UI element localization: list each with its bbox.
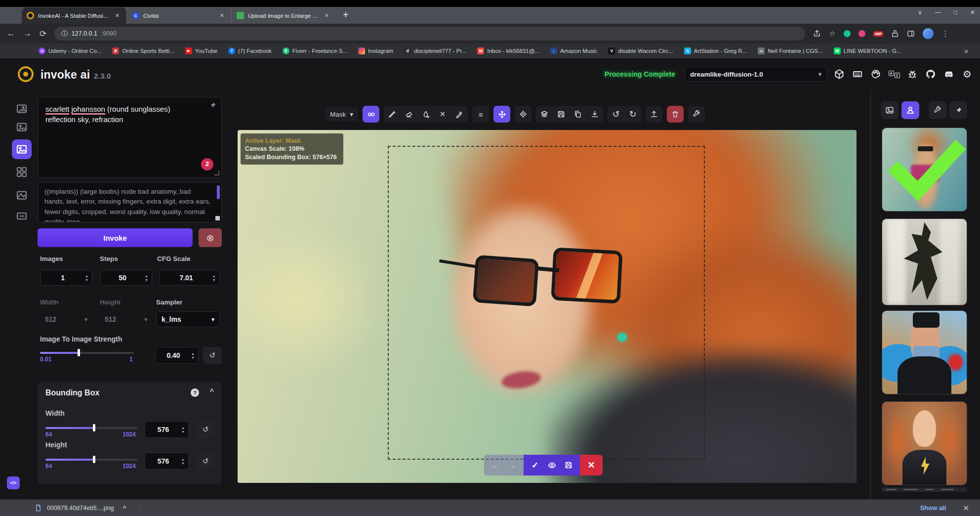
bookmark-sports[interactable]: BOnline Sports Betti... [112, 47, 174, 54]
steps-input[interactable]: 50 ▲▼ [100, 270, 152, 286]
tab-text-to-image[interactable] [15, 102, 29, 116]
tab-unified-canvas[interactable] [12, 139, 32, 159]
hotkeys-icon[interactable] [852, 68, 863, 80]
bookmarks-overflow-icon[interactable]: » [964, 47, 968, 55]
reset-icon[interactable]: ↺ [197, 453, 214, 470]
tab-close-icon[interactable]: ✕ [218, 11, 226, 20]
mask-settings-icon[interactable]: ≡ [472, 106, 489, 123]
new-tab-button[interactable]: + [343, 9, 349, 21]
browser-menu-icon[interactable]: ⋮ [941, 29, 949, 38]
slider-thumb[interactable] [93, 456, 95, 463]
bookmark-neil-fontaine[interactable]: ∞Neil Fontaine | CGS... [758, 47, 823, 54]
color-picker-icon[interactable] [451, 106, 468, 123]
tab-invokeai[interactable]: InvokeAI - A Stable Diffusion Too ✕ [22, 7, 126, 24]
bookmark-webtoon[interactable]: WLINE WEBTOON - G... [834, 47, 901, 54]
tab-image-to-image[interactable] [15, 120, 29, 134]
resize-handle[interactable] [215, 216, 220, 220]
images-input[interactable]: 1 ▲▼ [40, 270, 92, 286]
cancel-button[interactable]: ⊗ [199, 228, 222, 247]
bookmark-instagram[interactable]: Instagram [358, 47, 393, 54]
extensions-puzzle-icon[interactable] [891, 30, 899, 38]
window-close-icon[interactable]: ✕ [970, 9, 975, 16]
minimize-icon[interactable]: — [935, 9, 941, 16]
tab-close-icon[interactable]: ✕ [323, 11, 331, 20]
bbox-width-input[interactable]: 576 ▲▼ [145, 421, 189, 438]
negative-prompt-input[interactable]: ((implants)) (large boobs) nude bad anat… [38, 182, 222, 222]
download-item[interactable]: 000979.40d74eb5....png ^ [35, 504, 126, 512]
stepper-icons[interactable]: ▲▼ [212, 274, 219, 282]
stepper-icons[interactable]: ▲▼ [191, 352, 198, 359]
i2i-strength-input[interactable]: 0.40 ▲▼ [155, 347, 199, 364]
console-toggle-button[interactable]: </> [7, 476, 20, 489]
site-info-icon[interactable]: ⓘ [61, 30, 68, 38]
download-caret-icon[interactable]: ^ [123, 505, 126, 512]
layer-select[interactable]: Mask ▾ [325, 107, 358, 122]
profile-avatar[interactable] [923, 28, 934, 39]
stepper-icons[interactable]: ▲▼ [181, 426, 188, 433]
gallery-settings-icon[interactable] [929, 101, 946, 119]
clear-canvas-icon[interactable] [667, 106, 684, 123]
tab-close-icon[interactable]: ✕ [113, 11, 122, 20]
tab-nodes[interactable] [15, 165, 29, 179]
previous-image-icon[interactable]: ← [487, 457, 504, 473]
discard-image-icon[interactable]: ✕ [580, 455, 603, 475]
bounding-box-selection[interactable] [388, 146, 705, 460]
accept-image-icon[interactable]: ✓ [527, 457, 543, 473]
share-icon[interactable] [813, 30, 821, 38]
upload-image-icon[interactable] [646, 106, 662, 123]
discord-icon[interactable] [943, 68, 955, 80]
prompt-input[interactable]: scarlett johansson (round sunglasses) re… [38, 97, 222, 178]
bookmark-amazon-music[interactable]: ♪Amazon Music [550, 47, 597, 54]
bbox-width-slider[interactable] [45, 427, 137, 429]
github-icon[interactable] [925, 68, 937, 80]
resize-handle[interactable] [214, 171, 219, 175]
bookmark-udemy[interactable]: UUdemy - Online Co... [39, 47, 101, 54]
bbox-height-slider[interactable] [45, 459, 137, 461]
settings-gear-icon[interactable]: ⚙ [961, 68, 973, 80]
bbox-height-input[interactable]: 576 ▲▼ [145, 453, 189, 470]
bookmark-facebook[interactable]: f(7) Facebook [228, 47, 272, 54]
bookmark-fiverr[interactable]: fiFiverr - Freelance S... [283, 47, 347, 54]
forward-icon[interactable]: → [23, 29, 32, 39]
stepper-icons[interactable]: ▲▼ [145, 274, 152, 282]
clear-mask-icon[interactable]: ✕ [434, 106, 451, 123]
fill-mask-icon[interactable] [417, 106, 434, 123]
next-image-icon[interactable]: → [504, 457, 521, 473]
slider-thumb[interactable] [93, 424, 95, 431]
gallery-pin-icon[interactable] [949, 101, 967, 119]
tab-postprocessing[interactable] [15, 188, 29, 202]
gallery-thumbnail[interactable] [882, 218, 967, 305]
gallery-images-tab[interactable] [881, 101, 898, 119]
bookmark-wacom[interactable]: Vdisable Wacom Circ... [608, 47, 673, 54]
redo-icon[interactable]: ↻ [624, 106, 641, 123]
slider-thumb[interactable] [78, 349, 80, 356]
tab-training[interactable] [15, 209, 29, 223]
show-all-link[interactable]: Show all [920, 504, 946, 512]
i2i-strength-slider[interactable] [40, 352, 134, 354]
copy-to-clipboard-icon[interactable] [570, 106, 586, 123]
report-bug-icon[interactable] [906, 68, 918, 80]
tab-upload-image[interactable]: Upload Image to Enlarge & Enh ✕ [231, 7, 336, 24]
theme-palette-icon[interactable] [870, 68, 882, 80]
download-image-icon[interactable] [586, 106, 603, 123]
gallery-scrollbar[interactable] [882, 487, 967, 492]
reset-icon[interactable]: ↺ [203, 347, 222, 364]
gallery-thumbnail[interactable] [882, 401, 967, 485]
cfg-scale-input[interactable]: 7.01 ▲▼ [160, 270, 220, 286]
maximize-icon[interactable]: □ [954, 9, 957, 16]
reset-icon[interactable]: ↺ [197, 421, 214, 438]
show-hide-icon[interactable] [543, 457, 560, 473]
adblock-plus-icon[interactable]: ABP [873, 31, 884, 37]
extension-pink-icon[interactable] [858, 30, 865, 37]
stepper-icons[interactable]: ▲▼ [85, 274, 92, 282]
back-icon[interactable]: ← [7, 29, 15, 39]
tab-search-icon[interactable]: ∨ [918, 9, 922, 16]
side-panel-icon[interactable] [907, 30, 915, 38]
eraser-tool-icon[interactable] [401, 106, 417, 123]
downloads-close-icon[interactable]: ✕ [963, 504, 969, 513]
address-bar[interactable]: ⓘ 127.0.0.1:9090 [54, 27, 805, 41]
bookmark-discipleneil[interactable]: ddiscipleneil777 - Pr... [404, 47, 466, 54]
gallery-user-tab[interactable] [901, 101, 919, 119]
bookmark-inbox[interactable]: MInbox - klk56831@... [477, 47, 539, 54]
tab-civitai[interactable]: C Civitai ✕ [126, 7, 231, 24]
